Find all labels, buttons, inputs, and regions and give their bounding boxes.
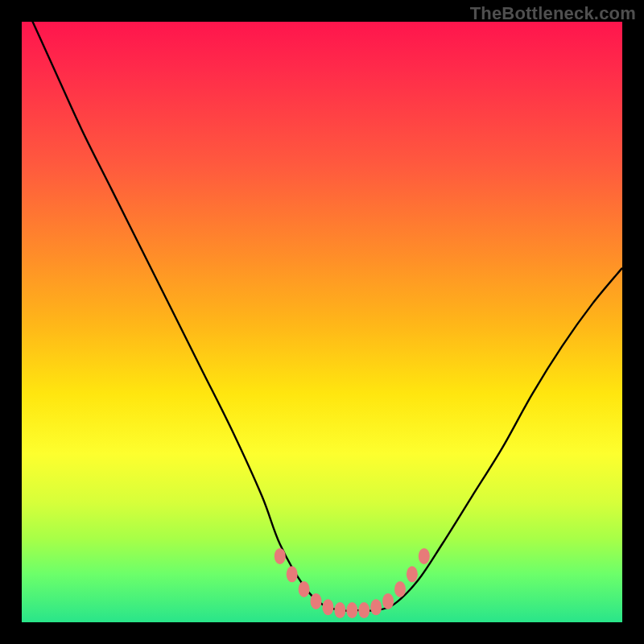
trough-marker	[299, 581, 310, 597]
bottleneck-curve	[22, 0, 622, 611]
chart-svg	[22, 22, 622, 622]
chart-frame: TheBottleneck.com	[0, 0, 644, 644]
trough-marker	[407, 566, 418, 582]
trough-marker	[311, 593, 322, 609]
trough-marker	[370, 599, 382, 615]
trough-marker	[394, 581, 406, 597]
trough-markers	[275, 548, 430, 618]
trough-marker	[358, 602, 369, 618]
trough-marker	[382, 593, 394, 609]
trough-marker	[346, 602, 357, 618]
trough-marker	[334, 602, 345, 618]
watermark-text: TheBottleneck.com	[470, 3, 636, 24]
trough-marker	[287, 566, 298, 582]
trough-marker	[275, 548, 286, 564]
trough-marker	[419, 548, 430, 564]
trough-marker	[322, 599, 333, 615]
